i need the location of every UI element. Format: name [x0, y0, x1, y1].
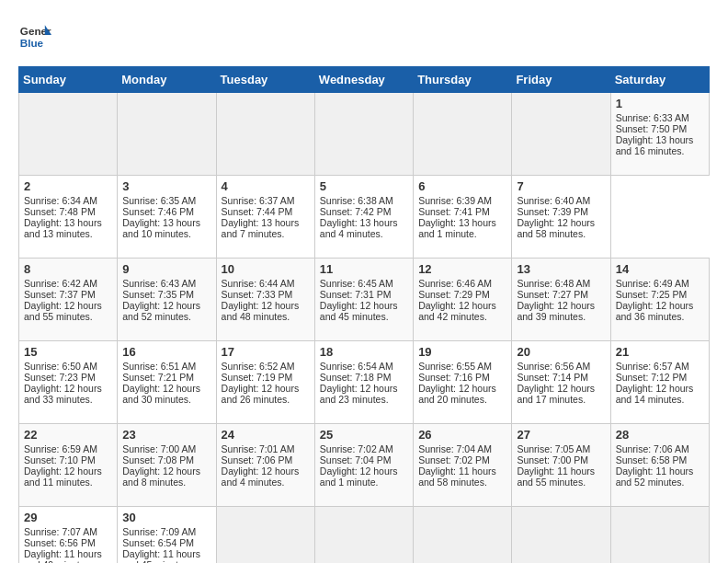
- day-header-friday: Friday: [512, 67, 610, 93]
- calendar-cell: 12Sunrise: 6:46 AM Sunset: 7:29 PM Dayli…: [414, 259, 512, 341]
- calendar-cell: 11Sunrise: 6:45 AM Sunset: 7:31 PM Dayli…: [314, 259, 413, 341]
- day-header-saturday: Saturday: [610, 67, 709, 93]
- calendar-cell: 19Sunrise: 6:55 AM Sunset: 7:16 PM Dayli…: [414, 341, 512, 424]
- calendar-table: SundayMondayTuesdayWednesdayThursdayFrid…: [18, 66, 710, 563]
- calendar-cell: 26Sunrise: 7:04 AM Sunset: 7:02 PM Dayli…: [414, 424, 512, 507]
- calendar-cell: 1Sunrise: 6:33 AM Sunset: 7:50 PM Daylig…: [610, 93, 709, 176]
- calendar-cell: [19, 93, 118, 176]
- calendar-cell: [414, 93, 512, 176]
- calendar-cell: [314, 507, 413, 564]
- calendar-cell: [512, 507, 610, 564]
- calendar-cell: 21Sunrise: 6:57 AM Sunset: 7:12 PM Dayli…: [610, 341, 709, 424]
- calendar-cell: [216, 507, 314, 564]
- day-header-tuesday: Tuesday: [216, 67, 314, 93]
- calendar-cell: 7Sunrise: 6:40 AM Sunset: 7:39 PM Daylig…: [512, 176, 610, 259]
- calendar-cell: [314, 93, 413, 176]
- calendar-cell: 23Sunrise: 7:00 AM Sunset: 7:08 PM Dayli…: [118, 424, 216, 507]
- day-header-sunday: Sunday: [19, 67, 118, 93]
- calendar-cell: 4Sunrise: 6:37 AM Sunset: 7:44 PM Daylig…: [216, 176, 314, 259]
- calendar-cell: 30Sunrise: 7:09 AM Sunset: 6:54 PM Dayli…: [118, 507, 216, 564]
- page-header: General Blue: [18, 18, 710, 52]
- calendar-cell: 6Sunrise: 6:39 AM Sunset: 7:41 PM Daylig…: [414, 176, 512, 259]
- calendar-cell: 25Sunrise: 7:02 AM Sunset: 7:04 PM Dayli…: [314, 424, 413, 507]
- calendar-cell: 22Sunrise: 6:59 AM Sunset: 7:10 PM Dayli…: [19, 424, 118, 507]
- calendar-cell: 10Sunrise: 6:44 AM Sunset: 7:33 PM Dayli…: [216, 259, 314, 341]
- day-header-monday: Monday: [118, 67, 216, 93]
- day-header-thursday: Thursday: [414, 67, 512, 93]
- calendar-cell: 13Sunrise: 6:48 AM Sunset: 7:27 PM Dayli…: [512, 259, 610, 341]
- calendar-cell: [610, 507, 709, 564]
- calendar-cell: 27Sunrise: 7:05 AM Sunset: 7:00 PM Dayli…: [512, 424, 610, 507]
- calendar-cell: 8Sunrise: 6:42 AM Sunset: 7:37 PM Daylig…: [19, 259, 118, 341]
- calendar-cell: 18Sunrise: 6:54 AM Sunset: 7:18 PM Dayli…: [314, 341, 413, 424]
- calendar-cell: 9Sunrise: 6:43 AM Sunset: 7:35 PM Daylig…: [118, 259, 216, 341]
- calendar-cell: 5Sunrise: 6:38 AM Sunset: 7:42 PM Daylig…: [314, 176, 413, 259]
- calendar-cell: 17Sunrise: 6:52 AM Sunset: 7:19 PM Dayli…: [216, 341, 314, 424]
- logo: General Blue: [18, 18, 55, 52]
- calendar-cell: 16Sunrise: 6:51 AM Sunset: 7:21 PM Dayli…: [118, 341, 216, 424]
- calendar-cell: 14Sunrise: 6:49 AM Sunset: 7:25 PM Dayli…: [610, 259, 709, 341]
- calendar-cell: [512, 93, 610, 176]
- calendar-cell: 24Sunrise: 7:01 AM Sunset: 7:06 PM Dayli…: [216, 424, 314, 507]
- calendar-cell: 15Sunrise: 6:50 AM Sunset: 7:23 PM Dayli…: [19, 341, 118, 424]
- calendar-cell: 29Sunrise: 7:07 AM Sunset: 6:56 PM Dayli…: [19, 507, 118, 564]
- calendar-cell: [414, 507, 512, 564]
- svg-text:Blue: Blue: [20, 37, 44, 49]
- day-header-wednesday: Wednesday: [314, 67, 413, 93]
- calendar-cell: 28Sunrise: 7:06 AM Sunset: 6:58 PM Dayli…: [610, 424, 709, 507]
- calendar-cell: 3Sunrise: 6:35 AM Sunset: 7:46 PM Daylig…: [118, 176, 216, 259]
- calendar-cell: 20Sunrise: 6:56 AM Sunset: 7:14 PM Dayli…: [512, 341, 610, 424]
- calendar-cell: [118, 93, 216, 176]
- calendar-cell: [216, 93, 314, 176]
- calendar-cell: 2Sunrise: 6:34 AM Sunset: 7:48 PM Daylig…: [19, 176, 118, 259]
